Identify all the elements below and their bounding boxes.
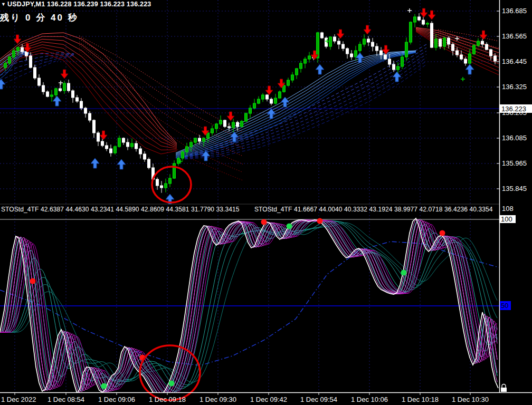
magenta-stochastic-fan	[0, 219, 497, 396]
svg-text:1 Dec 2022: 1 Dec 2022	[1, 396, 36, 403]
sell-arrow-icon	[428, 11, 435, 20]
svg-text:136.445: 136.445	[502, 57, 527, 65]
svg-text:136.685: 136.685	[502, 7, 527, 15]
sell-dot	[30, 278, 36, 284]
buy-arrow-icon	[91, 158, 99, 168]
symbol-dropdown-icon[interactable]: ▼	[1, 2, 6, 7]
sell-arrow-icon	[100, 131, 107, 140]
indicator-label-2: STOStd_4TF 41.6667 44.0040 40.3332 43.19…	[254, 206, 493, 213]
sell-dot	[317, 218, 323, 224]
svg-text:1 Dec 09:54: 1 Dec 09:54	[300, 396, 337, 403]
buy-arrow-icon	[53, 96, 61, 106]
chart-window: 136.685136.565136.445136.325136.205136.0…	[0, 0, 532, 405]
svg-text:50: 50	[501, 302, 508, 310]
ohlc-values: 136.228 136.239 136.223 136.223	[47, 1, 151, 8]
sell-dot	[440, 230, 445, 236]
svg-text:1 Dec 10:30: 1 Dec 10:30	[452, 396, 489, 403]
svg-text:1 Dec 09:42: 1 Dec 09:42	[250, 396, 287, 403]
svg-text:1 Dec 08:54: 1 Dec 08:54	[48, 396, 84, 403]
sell-arrow-icon	[382, 45, 390, 54]
symbol-label[interactable]: USDJPY,M1	[7, 1, 45, 8]
fixed-scale-lock-icon	[501, 384, 507, 392]
svg-text:108: 108	[502, 205, 514, 213]
svg-text:1 Dec 10:06: 1 Dec 10:06	[351, 396, 388, 403]
buy-arrow-icon	[0, 79, 5, 89]
svg-text:135.845: 135.845	[502, 185, 527, 192]
sell-arrow-icon	[420, 8, 428, 17]
time-axis[interactable]: 1 Dec 20221 Dec 08:541 Dec 09:061 Dec 09…	[1, 393, 489, 403]
chart-canvas[interactable]: 136.685136.565136.445136.325136.205136.0…	[0, 0, 532, 405]
sell-dot	[261, 219, 267, 225]
svg-text:1 Dec 09:06: 1 Dec 09:06	[98, 396, 135, 403]
buy-dot	[101, 383, 107, 389]
buy-arrow-icon	[393, 72, 401, 82]
indicator-label-1: STOStd_4TF 42.6387 44.4630 43.2341 44.58…	[1, 206, 240, 213]
svg-text:136.223: 136.223	[501, 105, 526, 113]
countdown-timer: 残り 0 分 40 秒	[0, 12, 79, 24]
ma-fans	[0, 27, 499, 180]
svg-text:1 Dec 09:30: 1 Dec 09:30	[200, 396, 236, 403]
svg-text:1 Dec 09:18: 1 Dec 09:18	[149, 396, 186, 403]
fan-blue-mid	[176, 51, 416, 158]
svg-text:135.965: 135.965	[502, 159, 527, 167]
price-axis[interactable]: 136.685136.565136.445136.325136.205136.0…	[497, 7, 532, 192]
stochastic-pane	[0, 218, 499, 396]
signal-arrows	[0, 8, 487, 204]
buy-arrow-icon	[117, 159, 126, 169]
chart-titlebar: ▼USDJPY,M1 136.228 136.239 136.223 136.2…	[1, 1, 151, 8]
svg-text:136.085: 136.085	[502, 134, 527, 142]
svg-text:100: 100	[501, 215, 512, 223]
svg-text:1 Dec 10:18: 1 Dec 10:18	[402, 396, 439, 403]
sell-arrow-icon	[265, 86, 273, 95]
sell-arrow-icon	[364, 25, 371, 34]
buy-arrow-icon	[316, 64, 324, 74]
sell-arrow-icon	[480, 31, 487, 40]
candles	[4, 13, 497, 193]
indicator-axis[interactable]: 10810050	[500, 205, 516, 392]
buy-dot	[401, 270, 407, 276]
svg-text:136.325: 136.325	[502, 83, 527, 91]
sell-arrow-icon	[61, 70, 68, 79]
svg-text:136.565: 136.565	[502, 32, 527, 40]
buy-arrow-icon	[466, 64, 474, 74]
buy-dot	[287, 224, 292, 229]
buy-dot	[169, 381, 175, 387]
sell-arrow-icon	[337, 30, 344, 38]
